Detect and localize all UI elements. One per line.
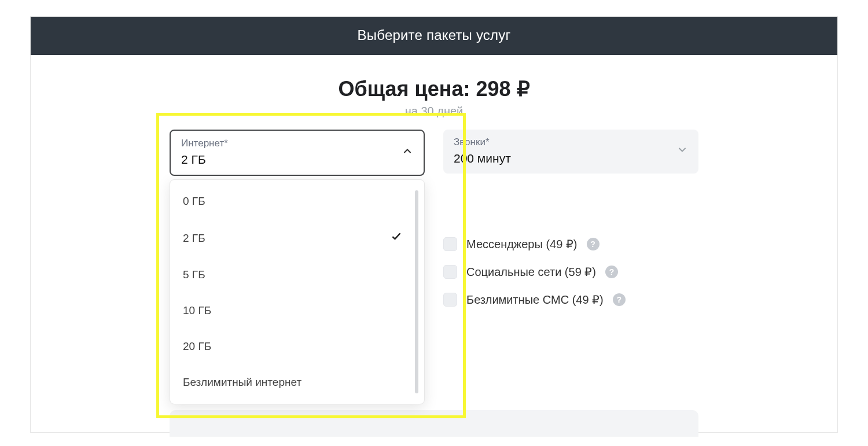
dropdown-scrollbar[interactable]: [415, 190, 418, 393]
internet-select-label: Интернет*: [181, 138, 228, 149]
internet-dropdown: 0 ГБ2 ГБ5 ГБ10 ГБ20 ГББезлимитный интерн…: [170, 179, 425, 404]
internet-option[interactable]: 20 ГБ: [170, 329, 415, 364]
internet-option-label: 2 ГБ: [183, 232, 205, 245]
addon-row: Безлимитные СМС (49 ₽)?: [443, 293, 698, 307]
help-icon[interactable]: ?: [587, 238, 599, 250]
addon-checkbox[interactable]: [443, 265, 457, 279]
internet-select-value: 2 ГБ: [181, 153, 228, 167]
total-price-currency: ₽: [517, 77, 530, 101]
internet-option-label: 20 ГБ: [183, 340, 211, 353]
addon-checkbox[interactable]: [443, 293, 457, 307]
addon-label: Социальные сети (59 ₽): [466, 265, 596, 279]
internet-select[interactable]: Интернет* 2 ГБ: [170, 130, 425, 176]
internet-col: Интернет* 2 ГБ 0 ГБ2 ГБ5 ГБ10 ГБ20 ГББез…: [170, 130, 425, 307]
content: Интернет* 2 ГБ 0 ГБ2 ГБ5 ГБ10 ГБ20 ГББез…: [170, 130, 698, 307]
internet-option[interactable]: 10 ГБ: [170, 293, 415, 329]
help-icon[interactable]: ?: [613, 293, 626, 306]
help-icon[interactable]: ?: [605, 266, 618, 278]
total-price-sub: на 30 дней: [31, 105, 837, 118]
internet-option-label: 10 ГБ: [183, 304, 211, 317]
addon-label: Мессенджеры (49 ₽): [466, 237, 578, 251]
internet-option[interactable]: 5 ГБ: [170, 257, 415, 293]
card-header: Выберите пакеты услуг: [31, 17, 837, 55]
card-frame: Выберите пакеты услуг Общая цена: 298 ₽ …: [30, 16, 838, 433]
card-header-title: Выберите пакеты услуг: [358, 27, 511, 43]
chevron-up-icon: [402, 145, 413, 159]
calls-col: Звонки* 200 минут Мессенджеры (49 ₽)?Соц…: [443, 130, 698, 307]
addon-row: Мессенджеры (49 ₽)?: [443, 237, 698, 251]
internet-option[interactable]: Безлимитный интернет: [170, 364, 415, 400]
addon-checkbox[interactable]: [443, 237, 457, 251]
select-row: Интернет* 2 ГБ 0 ГБ2 ГБ5 ГБ10 ГБ20 ГББез…: [170, 130, 698, 307]
internet-option[interactable]: 2 ГБ: [170, 219, 415, 257]
addons-list: Мессенджеры (49 ₽)?Социальные сети (59 ₽…: [443, 237, 698, 307]
addon-row: Социальные сети (59 ₽)?: [443, 265, 698, 279]
calls-select-value: 200 минут: [454, 152, 511, 165]
total-price: Общая цена: 298 ₽: [31, 77, 837, 101]
internet-option[interactable]: 0 ГБ: [170, 183, 415, 219]
check-icon: [391, 231, 402, 245]
total-price-label: Общая цена:: [338, 77, 470, 101]
internet-option-label: 5 ГБ: [183, 268, 205, 281]
calls-select-label: Звонки*: [454, 137, 511, 148]
addon-label: Безлимитные СМС (49 ₽): [466, 293, 604, 307]
bottom-panel: [170, 410, 698, 437]
total-price-amount: 298: [476, 77, 510, 101]
chevron-down-icon: [676, 144, 688, 158]
internet-option-label: Безлимитный интернет: [183, 376, 301, 389]
calls-select[interactable]: Звонки* 200 минут: [443, 130, 698, 174]
total-price-block: Общая цена: 298 ₽ на 30 дней: [31, 77, 837, 118]
internet-option-label: 0 ГБ: [183, 195, 205, 208]
